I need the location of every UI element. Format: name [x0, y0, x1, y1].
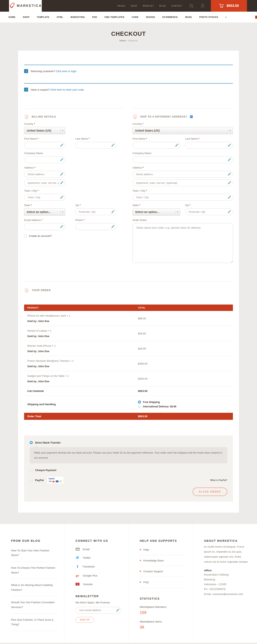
twitter-icon — [76, 556, 80, 559]
nav-item-muse[interactable]: MUSE — [185, 16, 192, 18]
nav-item-home[interactable]: HOME — [8, 16, 16, 18]
product-total: $345.00 — [135, 356, 233, 371]
billing-address2-input[interactable] — [24, 180, 65, 186]
nav-item-code[interactable]: CODE — [132, 16, 138, 18]
social-link-email[interactable]: Email — [76, 548, 121, 551]
billing-zip-input[interactable] — [75, 208, 116, 215]
billing-country-select[interactable]: United States (US)▾ — [24, 127, 65, 134]
chevron-down-icon: ▾ — [60, 210, 63, 214]
nav-item-ecommerce[interactable]: ECOMMERCE — [162, 16, 178, 18]
topbar-link-contact[interactable]: CONTACT — [171, 5, 182, 7]
shipping-company-input[interactable] — [132, 156, 233, 163]
youtube-icon — [76, 583, 80, 586]
nav-item-shop[interactable]: SHOP — [23, 16, 30, 18]
footer-help-column: HELP AND SUPPORTS Help Knowladge Base Co… — [128, 524, 193, 643]
logo[interactable]: MARKETICA — [9, 0, 42, 12]
nav-item-marketing[interactable]: MARKETING — [71, 16, 85, 18]
social-link-facebook[interactable]: f Facebook — [76, 565, 121, 569]
social-link-twitter[interactable]: Twitter — [76, 556, 121, 559]
search-icon[interactable] — [189, 4, 194, 8]
billing-town-input[interactable] — [24, 194, 65, 201]
help-link[interactable]: Help — [140, 544, 185, 555]
blog-link[interactable]: Plus Size Fashion: Is There Such a Thing… — [11, 614, 56, 631]
nav-more-icon[interactable]: » — [225, 16, 228, 18]
user-account-icon[interactable] — [200, 4, 205, 8]
shipping-address2-input[interactable] — [132, 180, 233, 186]
shipping-street-address-input[interactable] — [132, 171, 233, 178]
column-header-product: PRODUCT — [24, 304, 135, 311]
square-bullet-icon — [140, 571, 141, 572]
coupon-notice: i Have a coupon? Click here to enter you… — [24, 83, 233, 102]
chevron-down-icon: ▾ — [228, 128, 231, 132]
billing-phone-input[interactable] — [75, 223, 116, 230]
shipping-first-name-input[interactable] — [132, 142, 180, 149]
shipping-town-input[interactable] — [132, 194, 233, 201]
footer-connect-column: CONNECT WITH US Email Twitter f Facebook… — [64, 524, 128, 643]
nav-item-photo-stocks[interactable]: PHOTO STOCKS — [200, 16, 218, 18]
radio-unselected-icon[interactable] — [30, 469, 33, 472]
page-title: CHECKOUT — [0, 30, 257, 37]
shipping-label: Shipping and Handling — [24, 396, 135, 413]
topbar-link-pages[interactable]: PAGES — [118, 5, 125, 7]
payment-paypal[interactable]: PayPal PayPal VISA What is PayPal? — [30, 477, 227, 484]
payment-bank-transfer[interactable]: Direct Bank Transfer — [30, 441, 227, 444]
newsletter-email-input[interactable] — [76, 607, 121, 614]
what-is-paypal-link[interactable]: What is PayPal? — [210, 479, 227, 481]
billing-company-label: Company Name — [24, 152, 124, 155]
billing-company-input[interactable] — [24, 156, 65, 163]
radio-selected-icon[interactable] — [30, 441, 33, 444]
nav-item-template[interactable]: TEMPLATE — [37, 16, 49, 18]
radio-unselected-icon[interactable] — [30, 479, 33, 482]
help-link[interactable]: FAQ — [140, 577, 185, 588]
checkbox-unchecked-icon[interactable] — [24, 234, 27, 238]
stat-members-value: 159 — [140, 610, 185, 615]
shipping-state-select[interactable]: Select an option...▾ — [132, 208, 180, 216]
signup-button[interactable]: SIGN UP — [76, 617, 94, 623]
shipping-option-free[interactable]: Free Shipping — [138, 400, 230, 404]
create-account-checkbox[interactable]: Create an account? — [24, 234, 124, 238]
login-link[interactable]: Click here to login — [56, 70, 76, 73]
blog-link[interactable]: How To Choose The Perfect Fashion Store? — [11, 562, 56, 579]
radio-selected-icon[interactable] — [138, 400, 141, 404]
blog-link[interactable]: Should You Use Fashion Consultant Servic… — [11, 596, 56, 614]
topbar-link-blog[interactable]: BLOG — [159, 5, 166, 7]
radio-unselected-icon[interactable] — [138, 405, 141, 408]
office-address-line: Kecamatan Coblong — [204, 572, 249, 577]
payment-cheque[interactable]: Cheque Payment — [30, 469, 227, 472]
topbar-link-wishlist[interactable]: WISHLIST — [143, 5, 154, 7]
billing-country-label: Country * — [24, 122, 124, 125]
billing-email-input[interactable] — [24, 223, 65, 230]
shipping-last-name-input[interactable] — [185, 142, 233, 149]
nav-item-psd[interactable]: PSD — [92, 16, 97, 18]
product-name: Women Hold iPhone × 1 — [27, 344, 132, 347]
billing-first-name-input[interactable] — [24, 142, 65, 149]
ship-to-different-checkbox[interactable]: ✓ — [190, 115, 193, 118]
topbar-links: PAGES SHOP WISHLIST BLOG CONTACT — [118, 0, 182, 12]
pen-icon — [60, 196, 64, 199]
blog-link[interactable]: What is So Alluring About Celebrity Fash… — [11, 579, 56, 596]
nav-item-design[interactable]: DESIGN — [146, 16, 155, 18]
billing-state-select[interactable]: Select an option...▾ — [24, 208, 65, 216]
place-order-button[interactable]: PLACE ORDER — [192, 488, 227, 496]
nav-item-cms-templates[interactable]: CMS TEMPLATES — [104, 16, 124, 18]
help-link[interactable]: Contact Support — [140, 566, 185, 577]
social-link-google-plus[interactable]: g+ Google Plus — [76, 574, 121, 577]
help-link[interactable]: Knowladge Base — [140, 555, 185, 566]
shipping-option-international[interactable]: International Delivery: $5.90 — [138, 405, 230, 408]
billing-street-address-input[interactable] — [24, 171, 65, 178]
cart-button[interactable]: $653.50 — [211, 0, 247, 12]
footer-about-heading: ABOUT MARKETICA — [204, 539, 249, 542]
order-notes-textarea[interactable] — [132, 223, 233, 263]
product-name: iPhone 5s with Headphones Jack × 1 — [27, 314, 132, 317]
shipping-country-select[interactable]: United States (US)▾ — [132, 127, 233, 134]
nav-item-html[interactable]: HTML — [56, 16, 63, 18]
order-total-label: Order Total — [24, 413, 135, 420]
social-link-youtube[interactable]: Youtube — [76, 583, 121, 586]
topbar-link-shop[interactable]: SHOP — [131, 5, 137, 7]
coupon-link[interactable]: Click here to enter your code — [50, 88, 84, 91]
billing-last-name-input[interactable] — [75, 142, 116, 149]
blog-link[interactable]: How To Start Your Own Fashion Store? — [11, 544, 56, 562]
breadcrumb-home[interactable]: Home — [120, 39, 126, 42]
shipping-zip-input[interactable] — [185, 208, 233, 215]
footer-help-heading: HELP AND SUPPORTS — [140, 539, 185, 542]
